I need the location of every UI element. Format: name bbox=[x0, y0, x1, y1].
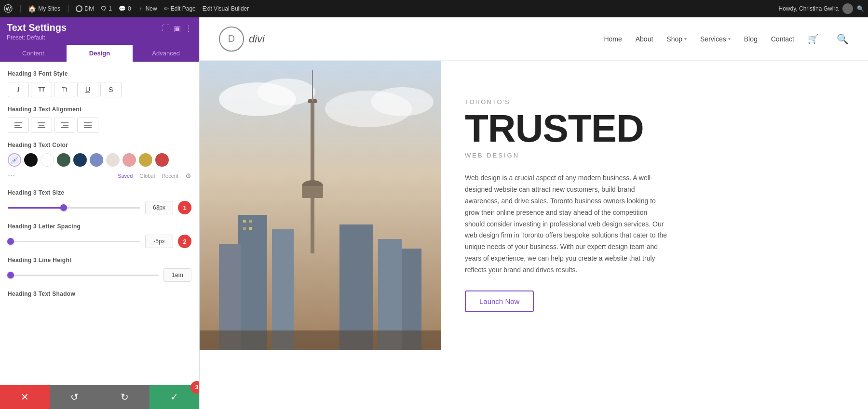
color-white[interactable] bbox=[41, 153, 54, 167]
h3-font-style-label: Heading 3 Font Style bbox=[8, 70, 191, 77]
font-style-buttons: I TT Tt U S bbox=[8, 82, 191, 97]
h3-letter-spacing-input[interactable]: -5px bbox=[145, 235, 173, 248]
h3-size-slider[interactable] bbox=[8, 203, 140, 212]
nav-about[interactable]: About bbox=[636, 35, 653, 43]
h3-line-height-label: Heading 3 Line Height bbox=[8, 257, 191, 264]
align-right-button[interactable] bbox=[54, 118, 75, 133]
h3-line-height-slider[interactable] bbox=[8, 270, 159, 280]
layout-icon[interactable]: ▣ bbox=[174, 24, 181, 33]
color-picker: 💉 ··· Saved Global Recent bbox=[8, 153, 191, 181]
action-bar: ✕ ↺ ↻ ✓ 3 bbox=[0, 385, 199, 409]
new-link[interactable]: ＋ New bbox=[138, 5, 157, 13]
color-red[interactable] bbox=[155, 153, 169, 167]
step2-badge: 2 bbox=[178, 235, 191, 248]
color-more-button[interactable]: ··· bbox=[8, 171, 15, 181]
hero-title: TRUSTED bbox=[465, 109, 844, 148]
step1-badge: 1 bbox=[178, 201, 191, 214]
redo-button[interactable]: ↻ bbox=[100, 385, 149, 409]
site-preview: D divi Home About Shop ▾ Services ▾ Blog… bbox=[200, 17, 868, 409]
hero-section: TORONTO'S TRUSTED WEB DESIGN Web design … bbox=[200, 61, 868, 350]
svg-rect-22 bbox=[238, 215, 267, 350]
hero-subtitle-top: TORONTO'S bbox=[465, 98, 844, 106]
exit-builder-link[interactable]: Exit Visual Builder bbox=[203, 5, 249, 12]
color-dark-green[interactable] bbox=[57, 153, 70, 167]
color-medium-blue[interactable] bbox=[90, 153, 103, 167]
underline-button[interactable]: U bbox=[77, 82, 98, 97]
h3-line-height-input[interactable]: 1em bbox=[163, 268, 191, 282]
eyedropper-button[interactable]: 💉 bbox=[8, 153, 21, 167]
h3-size-label: Heading 3 Text Size bbox=[8, 189, 191, 196]
svg-rect-3 bbox=[38, 122, 45, 123]
strikethrough-button[interactable]: S bbox=[100, 82, 122, 97]
nav-search-icon[interactable]: 🔍 bbox=[837, 33, 849, 45]
city-illustration bbox=[200, 61, 441, 350]
wordpress-icon[interactable]: ⓦ bbox=[4, 3, 13, 14]
panel-title: Text Settings bbox=[7, 22, 67, 33]
align-center-button[interactable] bbox=[31, 118, 52, 133]
h3-size-input[interactable]: 63px bbox=[145, 201, 173, 214]
logo-text: divi bbox=[249, 33, 265, 45]
svg-rect-1 bbox=[14, 125, 20, 126]
svg-rect-31 bbox=[249, 227, 252, 230]
site-logo: D divi bbox=[219, 26, 265, 52]
alignment-buttons bbox=[8, 118, 191, 133]
panel-header: Text Settings Preset: Default ⛶ ▣ ⋮ bbox=[0, 17, 199, 45]
cart-icon[interactable]: 🛒 bbox=[808, 34, 818, 44]
edit-page-link[interactable]: ✏ Edit Page bbox=[164, 5, 196, 12]
svg-rect-19 bbox=[312, 70, 313, 102]
h3-alignment-label: Heading 3 Text Alignment bbox=[8, 106, 191, 113]
color-gold[interactable] bbox=[139, 153, 152, 167]
align-left-button[interactable] bbox=[8, 118, 29, 133]
save-button[interactable]: ✓ 3 bbox=[149, 385, 199, 409]
divi-link[interactable]: Divi bbox=[76, 5, 94, 12]
tab-design[interactable]: Design bbox=[67, 45, 133, 62]
tab-content[interactable]: Content bbox=[0, 45, 67, 62]
shop-dropdown-icon: ▾ bbox=[684, 36, 687, 41]
svg-rect-2 bbox=[14, 127, 22, 128]
color-light-beige[interactable] bbox=[106, 153, 120, 167]
panel-tabs: Content Design Advanced bbox=[0, 45, 199, 62]
more-icon[interactable]: ⋮ bbox=[185, 24, 192, 33]
h3-shadow-label: Heading 3 Text Shadow bbox=[8, 290, 191, 297]
color-tab-recent[interactable]: Recent bbox=[162, 173, 178, 179]
undo-button[interactable]: ↺ bbox=[50, 385, 99, 409]
user-info: Howdy, Christina Gwira 🔍 bbox=[779, 3, 864, 14]
italic-button[interactable]: I bbox=[8, 82, 29, 97]
fullscreen-icon[interactable]: ⛶ bbox=[162, 24, 170, 33]
svg-rect-5 bbox=[38, 127, 45, 128]
h3-letter-spacing-slider[interactable] bbox=[8, 237, 140, 246]
svg-rect-8 bbox=[61, 127, 68, 128]
color-tab-global[interactable]: Global bbox=[139, 173, 155, 179]
admin-bar: ⓦ | 🏠 My Sites | Divi 🗨 1 💬 0 ＋ New ✏ Ed… bbox=[0, 0, 868, 17]
svg-rect-4 bbox=[39, 125, 44, 126]
tab-advanced[interactable]: Advanced bbox=[133, 45, 199, 62]
color-tab-saved[interactable]: Saved bbox=[118, 173, 133, 179]
svg-point-14 bbox=[258, 79, 315, 106]
nav-home[interactable]: Home bbox=[604, 35, 622, 43]
svg-rect-11 bbox=[84, 127, 92, 128]
preset-label[interactable]: Preset: Default bbox=[7, 34, 67, 41]
color-dark-blue[interactable] bbox=[73, 153, 87, 167]
color-settings-icon[interactable]: ⚙ bbox=[185, 172, 191, 180]
search-icon[interactable]: 🔍 bbox=[857, 5, 864, 12]
mixed-case-button[interactable]: Tt bbox=[54, 82, 75, 97]
site-nav: D divi Home About Shop ▾ Services ▾ Blog… bbox=[200, 17, 868, 61]
bubbles-link[interactable]: 💬 0 bbox=[119, 5, 131, 12]
svg-rect-21 bbox=[302, 186, 323, 198]
color-black[interactable] bbox=[24, 153, 38, 167]
svg-rect-0 bbox=[14, 122, 22, 123]
hero-cta-button[interactable]: Launch Now bbox=[465, 290, 534, 312]
align-justify-button[interactable] bbox=[77, 118, 98, 133]
nav-contact[interactable]: Contact bbox=[771, 35, 794, 43]
text-settings-panel: Text Settings Preset: Default ⛶ ▣ ⋮ Cont… bbox=[0, 17, 200, 409]
cancel-button[interactable]: ✕ bbox=[0, 385, 50, 409]
my-sites-link[interactable]: 🏠 My Sites bbox=[28, 5, 60, 13]
nav-blog[interactable]: Blog bbox=[744, 35, 758, 43]
nav-services[interactable]: Services ▾ bbox=[700, 35, 731, 43]
bold-button[interactable]: TT bbox=[31, 82, 52, 97]
color-pink[interactable] bbox=[122, 153, 136, 167]
comments-link[interactable]: 🗨 1 bbox=[101, 5, 112, 12]
nav-shop[interactable]: Shop ▾ bbox=[666, 35, 687, 43]
svg-rect-30 bbox=[243, 227, 246, 230]
nav-links: Home About Shop ▾ Services ▾ Blog Contac… bbox=[604, 33, 849, 45]
